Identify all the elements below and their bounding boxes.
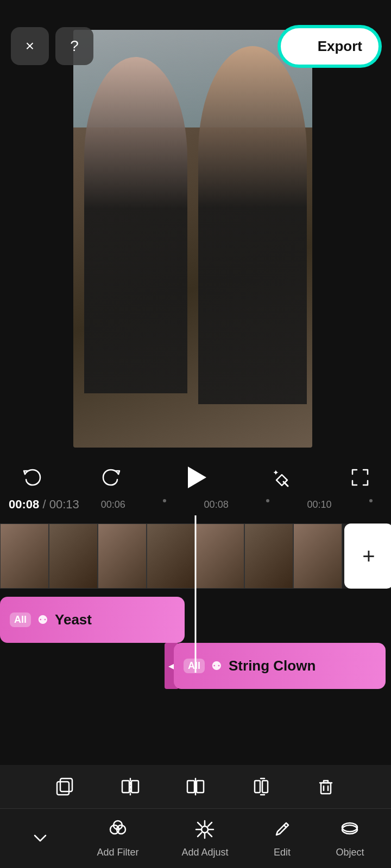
person-right [198, 46, 307, 404]
clip-yeast-badge: All [10, 612, 31, 627]
nav-add-filter[interactable]: Add Filter [97, 819, 138, 858]
fullscreen-button[interactable] [345, 463, 375, 493]
help-icon: ? [70, 37, 79, 55]
film-frame-3 [98, 524, 147, 589]
time-marker-2: 00:08 [204, 499, 229, 510]
svg-rect-5 [122, 781, 129, 793]
bottom-tools [0, 765, 391, 808]
svg-line-25 [208, 833, 212, 837]
split-mid-button[interactable] [178, 769, 213, 805]
timeline-time: 00:08 / 00:13 00:06 00:08 00:10 [0, 494, 391, 515]
clip-string-badge: All [184, 659, 205, 673]
video-preview [73, 30, 312, 448]
time-marker-3: 00:10 [307, 499, 332, 510]
top-left-buttons: × ? [11, 27, 93, 65]
close-button[interactable]: × [11, 27, 49, 65]
svg-line-27 [198, 833, 201, 837]
clip-yeast-name: Yeast [55, 611, 92, 628]
clip-yeast-icon: ⚉ [37, 613, 48, 627]
time-dot-3 [369, 499, 373, 502]
svg-line-24 [198, 822, 201, 826]
top-bar: × ? Export [0, 0, 391, 76]
playhead-line [195, 515, 197, 673]
playback-controls: ✦ [0, 456, 391, 499]
object-icon [339, 819, 361, 845]
svg-rect-8 [187, 781, 194, 793]
adjust-icon [194, 819, 216, 845]
clip-yeast[interactable]: All ⚉ Yeast [0, 597, 185, 643]
film-frame-7 [293, 524, 342, 589]
current-time: 00:08 [9, 497, 39, 512]
svg-rect-13 [321, 783, 331, 794]
export-label: Export [318, 38, 362, 55]
nav-add-adjust[interactable]: Add Adjust [181, 819, 228, 858]
undo-button[interactable] [16, 463, 46, 493]
svg-line-26 [208, 822, 212, 826]
collapse-button[interactable] [27, 825, 54, 852]
time-markers: 00:06 00:08 00:10 [101, 499, 382, 510]
nav-add-filter-label: Add Filter [97, 847, 138, 858]
clip-string-icon: ⚉ [211, 659, 222, 673]
split-right-button[interactable] [243, 769, 279, 805]
svg-line-28 [284, 825, 286, 827]
clip-string-clown[interactable]: All ⚉ String Clown [174, 643, 386, 689]
svg-rect-12 [262, 781, 268, 793]
upload-icon [297, 37, 312, 56]
film-frame-5 [195, 524, 244, 589]
time-dot-2 [266, 499, 269, 502]
time-marker-1: 00:06 [101, 499, 125, 510]
redo-button[interactable] [97, 463, 127, 493]
video-frame [73, 30, 312, 448]
duplicate-tool-button[interactable] [48, 769, 83, 805]
svg-point-19 [201, 826, 208, 833]
film-frame-1 [0, 524, 49, 589]
svg-rect-3 [57, 782, 69, 795]
svg-rect-6 [131, 781, 138, 793]
film-frame-6 [244, 524, 293, 589]
bottom-nav: Add Filter Add Adjust Edit [0, 808, 391, 868]
total-time: 00:13 [46, 497, 79, 512]
person-left [84, 57, 187, 393]
film-frame-2 [49, 524, 98, 589]
svg-text:✦: ✦ [273, 468, 279, 477]
svg-point-29 [342, 825, 357, 834]
nav-object-label: Object [336, 847, 364, 858]
svg-rect-11 [255, 781, 260, 793]
magic-button[interactable]: ✦ [264, 463, 294, 493]
edit-icon [271, 819, 293, 845]
help-button[interactable]: ? [55, 27, 93, 65]
delete-tool-button[interactable] [308, 769, 344, 805]
play-button[interactable] [178, 460, 213, 495]
nav-add-adjust-label: Add Adjust [181, 847, 228, 858]
svg-point-30 [342, 823, 357, 832]
nav-edit[interactable]: Edit [271, 819, 293, 858]
close-icon: × [26, 37, 34, 55]
export-button[interactable]: Export [279, 27, 380, 66]
svg-rect-4 [60, 778, 72, 792]
add-clip-button[interactable]: + [344, 524, 391, 589]
nav-edit-label: Edit [274, 847, 291, 858]
nav-object[interactable]: Object [336, 819, 364, 858]
time-dot-1 [163, 499, 166, 502]
play-icon [188, 467, 206, 488]
filter-icon [107, 819, 129, 845]
film-frame-4 [147, 524, 195, 589]
svg-rect-9 [197, 781, 204, 793]
clip-string-name: String Clown [229, 658, 316, 674]
split-left-button[interactable] [113, 769, 148, 805]
